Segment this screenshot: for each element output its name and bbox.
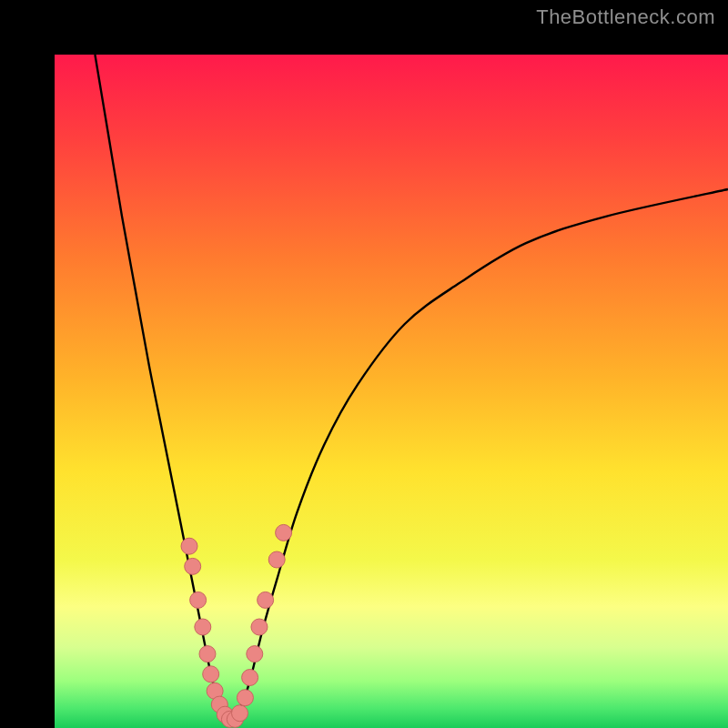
chart-frame (0, 0, 728, 728)
curve-marker (232, 705, 248, 722)
curve-marker (251, 619, 268, 635)
chart-plot-area (55, 55, 728, 728)
curve-marker (185, 558, 201, 574)
curve-marker (199, 646, 216, 662)
curve-marker (203, 666, 219, 682)
curve-marker (258, 592, 274, 608)
curve-marker (237, 690, 253, 706)
chart-background (55, 55, 728, 728)
watermark-text: TheBottleneck.com (536, 5, 715, 29)
chart-svg (55, 55, 728, 728)
curve-marker (276, 524, 292, 541)
curve-marker (268, 551, 285, 568)
curve-marker (242, 670, 258, 686)
curve-marker (190, 592, 207, 608)
curve-marker (195, 619, 211, 635)
curve-marker (247, 646, 263, 662)
curve-marker (181, 538, 197, 554)
